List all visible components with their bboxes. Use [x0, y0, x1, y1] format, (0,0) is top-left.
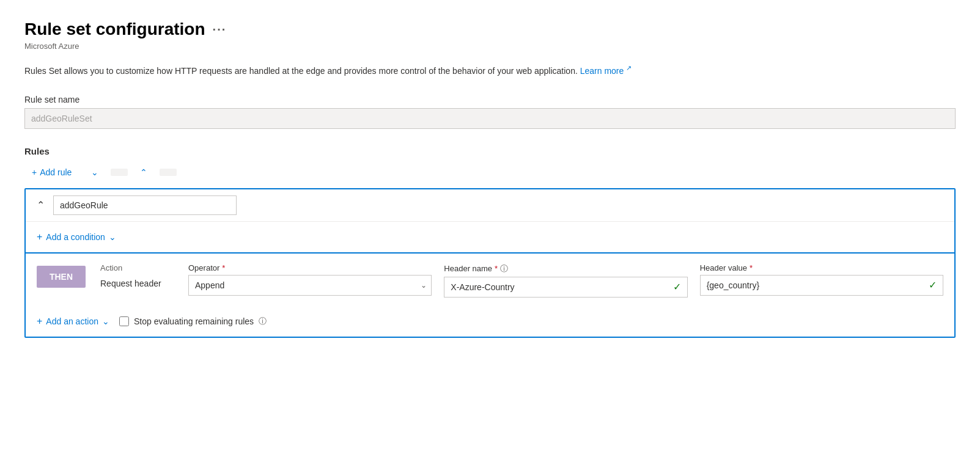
rule-set-name-label: Rule set name — [24, 95, 956, 104]
header-name-input[interactable] — [444, 279, 666, 296]
header-value-field-group: Header value * ✓ — [700, 263, 943, 296]
page-description: Rules Set allows you to customize how HT… — [24, 63, 956, 78]
operator-required-star: * — [222, 263, 225, 272]
plus-icon: + — [32, 167, 37, 177]
add-action-label: Add an action — [46, 316, 98, 326]
add-action-button[interactable]: + Add an action ⌄ — [37, 315, 109, 328]
chevron-down-icon: ⌄ — [109, 232, 116, 242]
rules-section-title: Rules — [24, 146, 956, 156]
add-condition-button[interactable]: + Add a condition ⌄ — [37, 230, 116, 244]
operator-select-wrapper: Append Delete Overwrite ⌄ — [188, 275, 432, 296]
header-name-info-icon: ⓘ — [500, 263, 508, 274]
rules-section: Rules + Add rule ⌄ ⌃ ⌃ + Add a condition — [24, 146, 956, 338]
condition-bar: + Add a condition ⌄ — [26, 222, 954, 254]
stop-evaluating-label: Stop evaluating remaining rules — [134, 316, 254, 326]
disabled-button-1 — [111, 169, 128, 176]
header-value-required-star: * — [750, 263, 753, 272]
page-title-text: Rule set configuration — [24, 20, 205, 39]
stop-evaluating-checkbox[interactable] — [119, 316, 129, 326]
fields-row: Operator * Append Delete Overwrite ⌄ — [188, 263, 943, 298]
action-label: Action — [100, 263, 174, 272]
plus-icon: + — [37, 232, 42, 243]
then-section: THEN Action Request header Operator * — [26, 254, 954, 298]
collapse-chevron-button[interactable]: ⌄ — [84, 164, 106, 181]
page-header: Rule set configuration ··· Microsoft Azu… — [24, 20, 956, 51]
action-group: Action Request header — [100, 263, 174, 288]
header-value-label: Header value * — [700, 263, 943, 272]
plus-icon: + — [37, 316, 42, 327]
chevron-up-icon: ⌃ — [37, 200, 45, 210]
header-value-input[interactable] — [701, 277, 923, 294]
header-name-check-icon: ✓ — [667, 281, 687, 293]
operator-select[interactable]: Append Delete Overwrite — [188, 275, 432, 296]
header-name-label: Header name * ⓘ — [444, 263, 687, 274]
action-value: Request header — [100, 275, 174, 288]
then-row: THEN Action Request header Operator * — [37, 263, 943, 298]
rule-set-name-input[interactable] — [24, 108, 956, 129]
expand-chevron-button[interactable]: ⌃ — [133, 164, 155, 181]
add-action-chevron-icon: ⌄ — [102, 316, 109, 326]
rule-container: ⌃ + Add a condition ⌄ THEN Action Reques… — [24, 188, 956, 338]
header-name-field-group: Header name * ⓘ ✓ — [444, 263, 687, 298]
add-rule-label: Add rule — [40, 167, 72, 177]
operator-field-group: Operator * Append Delete Overwrite ⌄ — [188, 263, 432, 296]
add-condition-label: Add a condition — [46, 232, 105, 242]
rule-collapse-button[interactable]: ⌃ — [34, 198, 47, 212]
disabled-button-2 — [160, 169, 177, 176]
rule-name-input[interactable] — [53, 195, 237, 215]
header-name-required-star: * — [495, 264, 498, 273]
stop-rule-group: Stop evaluating remaining rules ⓘ — [119, 316, 267, 327]
rule-header: ⌃ — [26, 189, 954, 222]
learn-more-link[interactable]: Learn more ↗ — [580, 66, 632, 76]
header-value-check-icon: ✓ — [923, 279, 943, 291]
stop-evaluating-info-icon: ⓘ — [259, 316, 267, 327]
action-footer: + Add an action ⌄ Stop evaluating remain… — [26, 307, 954, 337]
header-value-input-wrapper: ✓ — [700, 275, 943, 296]
page-subtitle: Microsoft Azure — [24, 42, 956, 51]
operator-label: Operator * — [188, 263, 432, 272]
chevron-down-icon: ⌄ — [91, 167, 98, 177]
header-name-input-wrapper: ✓ — [444, 277, 687, 298]
then-badge: THEN — [37, 266, 86, 288]
add-rule-button[interactable]: + Add rule — [24, 164, 79, 181]
ellipsis-menu[interactable]: ··· — [213, 23, 227, 37]
rule-set-name-section: Rule set name — [24, 95, 956, 129]
rules-toolbar: + Add rule ⌄ ⌃ — [24, 164, 956, 181]
chevron-up-icon: ⌃ — [140, 167, 147, 177]
